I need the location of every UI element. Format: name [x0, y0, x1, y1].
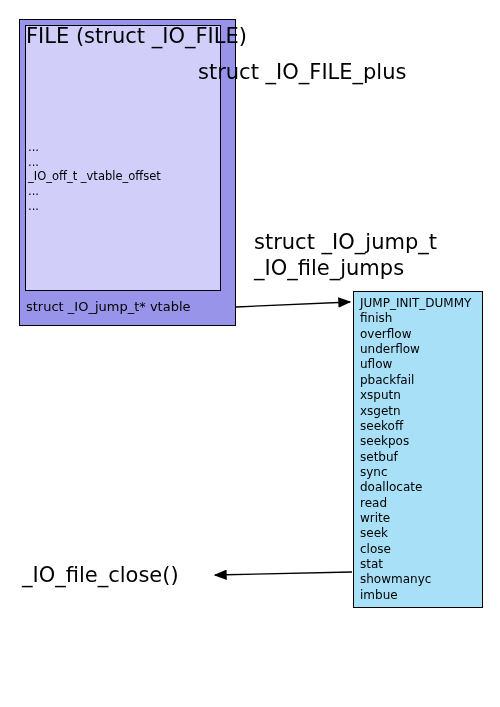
- jump-entry: seekpos: [360, 434, 476, 449]
- jump-table-box: JUMP_INIT_DUMMY finish overflow underflo…: [353, 291, 483, 608]
- jump-entry: underflow: [360, 342, 476, 357]
- jump-entry: xsgetn: [360, 404, 476, 419]
- jump-entry: showmanyc: [360, 572, 476, 587]
- jump-entry: setbuf: [360, 450, 476, 465]
- jump-instance-label: _IO_file_jumps: [254, 256, 404, 280]
- jump-entry: imbue: [360, 588, 476, 603]
- jump-entry: doallocate: [360, 480, 476, 495]
- file-field: _IO_off_t _vtable_offset: [28, 169, 161, 184]
- jump-entry: write: [360, 511, 476, 526]
- jump-entry: overflow: [360, 327, 476, 342]
- jump-entry: finish: [360, 311, 476, 326]
- jump-entry: seek: [360, 526, 476, 541]
- jump-entry: sync: [360, 465, 476, 480]
- jump-entry: uflow: [360, 357, 476, 372]
- file-struct-title: FILE (struct _IO_FILE): [26, 24, 247, 48]
- jump-entry: close: [360, 542, 476, 557]
- file-field: ...: [28, 199, 161, 214]
- jump-entry: seekoff: [360, 419, 476, 434]
- jump-entry: JUMP_INIT_DUMMY: [360, 296, 476, 311]
- file-struct-fields: ... ... _IO_off_t _vtable_offset ... ...: [28, 140, 161, 214]
- vtable-field-label: struct _IO_jump_t* vtable: [26, 299, 191, 314]
- file-field: ...: [28, 140, 161, 155]
- file-field: ...: [28, 155, 161, 170]
- file-field: ...: [28, 184, 161, 199]
- close-fn-label: _IO_file_close(): [22, 563, 179, 587]
- jump-entry: stat: [360, 557, 476, 572]
- jump-type-label: struct _IO_jump_t: [254, 230, 437, 254]
- arrow-close-to-fn: [215, 572, 352, 575]
- jump-entry: xsputn: [360, 388, 476, 403]
- file-plus-title: struct _IO_FILE_plus: [198, 60, 406, 84]
- arrow-vtable-to-jumptable: [236, 302, 350, 307]
- jump-entry: pbackfail: [360, 373, 476, 388]
- jump-entry: read: [360, 496, 476, 511]
